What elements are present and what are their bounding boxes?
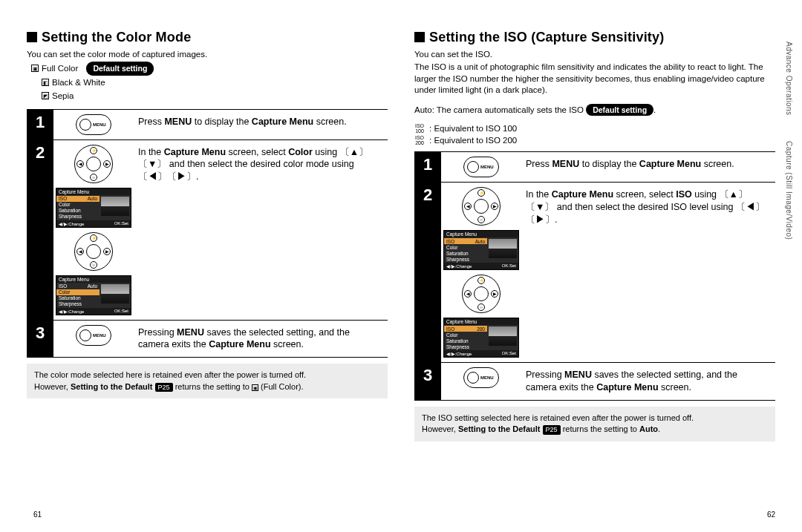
side-tab-subsection: Capture (Still Image/Video) bbox=[785, 141, 793, 240]
step-row: 2 ⚡☼◀▶ Capture MenuISOAutoColorSaturatio… bbox=[414, 183, 775, 363]
step-number: 2 bbox=[414, 183, 441, 362]
step-row: 1 MENU Press MENU to display the Capture… bbox=[27, 110, 388, 140]
step-row: 3 MENU Pressing MENU saves the selected … bbox=[414, 363, 775, 401]
page-ref: P25 bbox=[155, 383, 173, 393]
left-steps: 1 MENU Press MENU to display the Capture… bbox=[27, 109, 388, 358]
step-number: 2 bbox=[27, 140, 53, 320]
step-number: 1 bbox=[414, 152, 441, 182]
menu-button-icon: MENU bbox=[76, 114, 111, 135]
menu-button-icon: MENU bbox=[463, 157, 499, 177]
control-pad-icon: ⚡☼◀▶ bbox=[74, 145, 113, 183]
step-number: 3 bbox=[27, 321, 53, 358]
left-heading: Setting the Color Mode bbox=[27, 30, 388, 45]
page-ref: P25 bbox=[543, 425, 561, 435]
fullcolor-icon: ▣ bbox=[31, 65, 39, 72]
bw-icon: ◧ bbox=[42, 79, 49, 86]
step-number: 1 bbox=[27, 110, 53, 139]
step-text: In the Capture Menu screen, select ISO u… bbox=[521, 183, 775, 362]
step-text: Pressing MENU saves the selected setting… bbox=[134, 321, 388, 358]
right-note: The ISO setting selected here is retaine… bbox=[414, 407, 775, 441]
step-text: Press MENU to display the Capture Menu s… bbox=[134, 110, 388, 139]
menu-button-icon: MENU bbox=[463, 367, 499, 388]
step-text: In the Capture Menu screen, select Color… bbox=[134, 140, 388, 320]
right-heading: Setting the ISO (Capture Sensitivity) bbox=[414, 30, 775, 45]
sepia-icon: ◩ bbox=[42, 92, 49, 99]
lcd-screen: Capture MenuISOAutoColorSaturationSharpn… bbox=[56, 188, 131, 228]
page-number-right: 62 bbox=[767, 510, 775, 519]
step-number: 3 bbox=[414, 363, 441, 400]
right-page: Setting the ISO (Capture Sensitivity) Yo… bbox=[414, 30, 775, 441]
iso200-row: ISO 200: Equivalent to ISO 200 bbox=[414, 135, 775, 145]
step-row: 1 MENU Press MENU to display the Capture… bbox=[414, 152, 775, 183]
right-intro: You can set the ISO. bbox=[414, 50, 775, 59]
step-row: 3 MENU Pressing MENU saves the selected … bbox=[27, 321, 388, 358]
lcd-screen: Capture MenuISOAutoColorSaturationSharpn… bbox=[443, 230, 519, 270]
left-intro: You can set the color mode of captured i… bbox=[27, 50, 388, 59]
lcd-screen: Capture MenuISOAutoColorSaturationSharpn… bbox=[56, 275, 131, 315]
default-pill: Default setting bbox=[586, 104, 653, 116]
right-steps: 1 MENU Press MENU to display the Capture… bbox=[414, 151, 775, 401]
menu-button-icon: MENU bbox=[76, 325, 111, 346]
control-pad-icon: ⚡☼◀▶ bbox=[74, 232, 113, 271]
control-pad-icon: ⚡☼◀▶ bbox=[462, 187, 501, 226]
side-tab-section: Advance Operations bbox=[785, 42, 793, 116]
control-pad-icon: ⚡☼◀▶ bbox=[462, 275, 501, 313]
step-row: 2 ⚡☼◀▶ Capture MenuISOAutoColorSaturatio… bbox=[27, 140, 388, 321]
right-auto: Auto: The camera automatically sets the … bbox=[414, 104, 775, 116]
left-options: ▣Full Color Default setting ◧Black & Whi… bbox=[31, 62, 388, 103]
default-pill: Default setting bbox=[86, 62, 154, 76]
step-text: Pressing MENU saves the selected setting… bbox=[521, 363, 775, 400]
left-page: Setting the Color Mode You can set the c… bbox=[27, 30, 388, 441]
iso100-row: ISO 100: Equivalent to ISO 100 bbox=[414, 123, 775, 134]
left-note: The color mode selected here is retained… bbox=[27, 364, 388, 398]
lcd-screen: Capture MenuISO200ColorSaturationSharpne… bbox=[443, 318, 519, 358]
right-body: The ISO is a unit of photographic film s… bbox=[414, 62, 775, 96]
page-number-left: 61 bbox=[33, 510, 42, 519]
step-text: Press MENU to display the Capture Menu s… bbox=[521, 152, 775, 182]
